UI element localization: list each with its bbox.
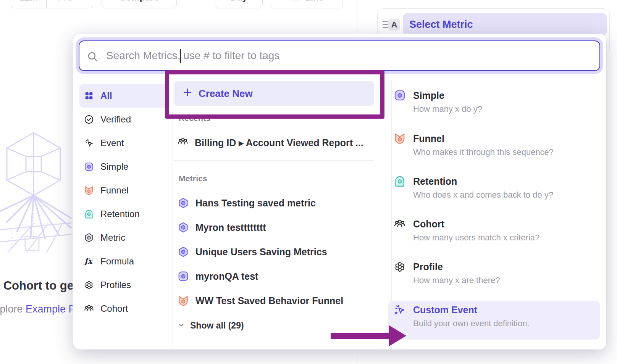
- funnel-metric-icon: [83, 185, 95, 196]
- screen: 12M YTD Compare Day Line A Select Metric: [0, 0, 617, 364]
- metric-type-custom-event[interactable]: Custom Event Build your own event defini…: [393, 303, 606, 329]
- metric-type-cohort[interactable]: Cohort How many users match x criteria?: [393, 217, 606, 243]
- recents-divider: [174, 160, 374, 161]
- metric-list-item[interactable]: Hans Testing saved metric: [177, 191, 376, 215]
- panel-edge-divider: [368, 0, 368, 34]
- cursor-click-icon: [83, 137, 95, 149]
- sidebar-item-label: Cohort: [100, 303, 128, 314]
- sidebar-item-label: Tags: [100, 348, 120, 350]
- metric-list-item[interactable]: myronQA test: [177, 264, 376, 288]
- sidebar-item-metric[interactable]: Metric: [79, 226, 168, 250]
- metric-item-label: Unique Users Saving Metrics: [195, 246, 327, 258]
- granularity-day-button[interactable]: Day: [215, 0, 263, 8]
- sidebar-item-label: Funnel: [100, 185, 128, 196]
- date-range-segmented-control: 12M YTD: [11, 0, 93, 8]
- sidebar-item-verified[interactable]: Verified: [79, 108, 168, 131]
- search-input[interactable]: [79, 49, 599, 62]
- type-description: Build your own event definition.: [413, 318, 606, 329]
- range-ytd-label: YTD: [56, 0, 74, 3]
- sidebar-item-label: Metric: [100, 232, 125, 243]
- profiles-cluster-icon: [393, 260, 406, 273]
- metric-item-label: Myron testttttttt: [195, 222, 266, 233]
- sidebar-item-label: Verified: [100, 114, 131, 125]
- sidebar-item-label: Retention: [100, 209, 140, 219]
- tag-icon: [83, 348, 95, 350]
- metric-item-label: myronQA test: [195, 271, 258, 282]
- metrics-section-label: Metrics: [179, 174, 207, 183]
- sidebar-item-event[interactable]: Event: [79, 131, 168, 155]
- simple-metric-icon: [177, 270, 189, 282]
- sidebar-item-all[interactable]: All: [79, 84, 168, 108]
- sidebar-footer: Tags: [79, 342, 168, 350]
- profiles-cluster-icon: [83, 279, 95, 291]
- funnel-metric-icon: [177, 295, 189, 307]
- show-all-toggle[interactable]: Show all (29): [178, 320, 244, 331]
- saved-metric-hexagon-icon: [177, 246, 189, 258]
- select-metric-label: Select Metric: [409, 19, 473, 31]
- type-title: Funnel: [413, 132, 606, 145]
- type-description: Who makes it through this sequence?: [413, 147, 606, 158]
- recent-metric-label: Billing ID ▸ Account Viewed Report ...: [195, 137, 363, 148]
- saved-metrics-list: Hans Testing saved metric Myron testtttt…: [177, 191, 376, 313]
- saved-metric-hexagon-icon: [177, 221, 189, 234]
- sidebar-item-formula[interactable]: ƒx Formula: [79, 250, 168, 273]
- sidebar-item-label: Event: [100, 138, 124, 148]
- metric-list-item[interactable]: WW Test Saved Behavior Funnel: [177, 288, 376, 313]
- range-ytd-button[interactable]: YTD: [47, 0, 93, 8]
- create-new-label: Create New: [199, 88, 253, 100]
- series-a-badge: A: [388, 19, 400, 31]
- sidebar-item-cohort[interactable]: Cohort: [79, 297, 168, 321]
- range-12m-label: 12M: [20, 0, 38, 3]
- line-chart-icon: [289, 0, 300, 4]
- metric-picker-modal: All Verified Event Simple: [73, 34, 606, 350]
- chevron-down-icon: [178, 321, 185, 331]
- sidebar-item-tags[interactable]: Tags: [79, 342, 168, 350]
- line-label: Line: [305, 0, 324, 3]
- metric-type-retention[interactable]: Retention Who does x and comes back to d…: [393, 175, 606, 200]
- funnel-metric-icon: [393, 132, 406, 145]
- example-link[interactable]: Example R: [26, 303, 73, 315]
- sidebar-item-label: All: [100, 90, 112, 101]
- plus-icon: [183, 87, 192, 100]
- select-metric-button[interactable]: Select Metric: [403, 13, 607, 36]
- simple-metric-icon: [393, 89, 406, 102]
- sidebar-column-divider: [173, 80, 173, 350]
- sidebar-item-funnel[interactable]: Funnel: [79, 179, 168, 202]
- sidebar-item-label: Formula: [100, 256, 134, 267]
- svg-text:ƒx: ƒx: [84, 256, 94, 266]
- create-new-button[interactable]: Create New: [174, 81, 374, 106]
- text-caret: [180, 49, 181, 63]
- grid-icon: [83, 90, 95, 101]
- custom-event-icon: [393, 303, 406, 316]
- sidebar-item-profiles[interactable]: Profiles: [79, 273, 168, 297]
- verified-badge-icon: [83, 114, 95, 125]
- drag-handle-icon[interactable]: [383, 21, 389, 28]
- search-icon: [86, 50, 99, 64]
- metric-list-item[interactable]: Unique Users Saving Metrics: [177, 240, 376, 264]
- metric-type-simple[interactable]: Simple How many x do y?: [393, 89, 606, 114]
- retention-metric-icon: [83, 208, 95, 220]
- compare-button[interactable]: Compare: [102, 0, 177, 8]
- sidebar-item-simple[interactable]: Simple: [79, 155, 168, 179]
- recents-section-label: Recents: [179, 114, 210, 123]
- range-12m-button[interactable]: 12M: [11, 0, 46, 8]
- sidebar-item-label: Simple: [100, 161, 128, 172]
- day-label: Day: [230, 0, 247, 3]
- sidebar-item-retention[interactable]: Retention: [79, 202, 168, 226]
- type-title: Simple: [413, 89, 606, 102]
- empty-state-subtext: xplore Example R: [0, 301, 73, 317]
- type-title: Custom Event: [413, 303, 606, 316]
- metric-hexagon-icon: [83, 232, 95, 243]
- search-box: [79, 40, 600, 71]
- formula-fx-icon: ƒx: [83, 256, 95, 267]
- metric-list-item[interactable]: Myron testttttttt: [177, 215, 376, 240]
- compare-label: Compare: [119, 0, 159, 3]
- wireframe-illustration: [0, 127, 73, 253]
- chart-type-line-button[interactable]: Line: [270, 0, 343, 8]
- metric-type-funnel[interactable]: Funnel Who makes it through this sequenc…: [393, 132, 606, 158]
- recent-metric-item[interactable]: Billing ID ▸ Account Viewed Report ...: [177, 136, 363, 150]
- metric-type-profile[interactable]: Profile How many x are there?: [393, 260, 606, 286]
- empty-state-headline: r Cohort to ge: [0, 277, 73, 295]
- sidebar-divider: [79, 335, 167, 335]
- simple-metric-icon: [83, 161, 95, 172]
